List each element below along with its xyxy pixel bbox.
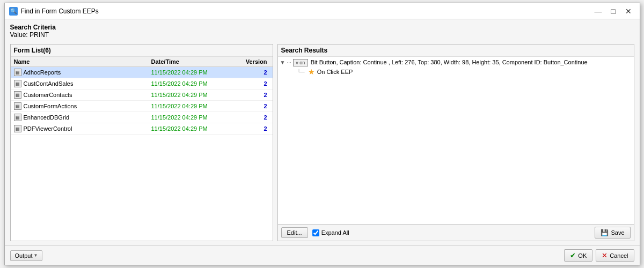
search-criteria-value: Value: PRINT (10, 31, 634, 39)
search-criteria-label: Search Criteria (10, 24, 634, 31)
ok-label: OK (578, 252, 587, 259)
edit-button[interactable]: Edit... (281, 227, 308, 238)
cancel-x-icon: ✕ (602, 251, 608, 259)
expand-all-checkbox[interactable] (312, 229, 319, 236)
list-item[interactable]: ▤ EnhancedDBGrid 11/15/2022 04:29 PM 2 (11, 112, 273, 123)
form-name: EnhancedDBGrid (24, 114, 70, 121)
list-item[interactable]: ▤ CustomerContacts 11/15/2022 04:29 PM 2 (11, 90, 273, 101)
window-title: Find in Form Custom EEPs (21, 8, 591, 15)
form-row-icon: ▤ (14, 125, 21, 132)
right-panel-bottom: Edit... Expand All 💾 Save (278, 224, 634, 241)
form-row-icon: ▤ (14, 69, 21, 76)
form-name: AdhocReports (24, 69, 61, 76)
save-button[interactable]: 💾 Save (595, 227, 630, 239)
result-node: ▼ ··· v on Bit Button, Caption: Continue… (280, 59, 632, 66)
output-label: Output (15, 252, 33, 259)
star-icon: ★ (308, 68, 315, 76)
form-row-icon: ▤ (14, 102, 21, 110)
form-row-icon: ▤ (14, 114, 21, 121)
close-button[interactable]: ✕ (621, 6, 635, 16)
expand-icon[interactable]: ▼ (280, 59, 286, 65)
col-datetime: Date/Time (151, 58, 237, 65)
list-item[interactable]: ▤ CustomFormActions 11/15/2022 04:29 PM … (11, 101, 273, 112)
col-name: Name (14, 58, 151, 65)
bottom-bar: Output ▼ ✔ OK ✕ Cancel (5, 245, 640, 265)
form-list-body: ▤ AdhocReports 11/15/2022 04:29 PM 2 ▤ C… (11, 67, 273, 241)
search-results-area: ▼ ··· v on Bit Button, Caption: Continue… (278, 57, 634, 224)
form-datetime: 11/15/2022 04:29 PM (151, 69, 237, 76)
output-button[interactable]: Output ▼ (10, 250, 43, 261)
component-type-badge: v on (293, 59, 308, 66)
form-version: 2 (237, 69, 269, 76)
form-datetime: 11/15/2022 04:29 PM (151, 125, 237, 132)
form-datetime: 11/15/2022 04:29 PM (151, 92, 237, 98)
bottom-right: ✔ OK ✕ Cancel (564, 249, 634, 262)
minimize-button[interactable]: — (591, 6, 605, 16)
result-text: Bit Button, Caption: Continue , Left: 27… (311, 59, 588, 65)
content-area: Search Criteria Value: PRINT Form List(6… (5, 19, 640, 245)
form-name: CustomerContacts (24, 92, 72, 98)
form-name: CustContAndSales (24, 80, 74, 87)
child-node: └─ ★ On Click EEP (297, 68, 632, 76)
form-datetime: 11/15/2022 04:29 PM (151, 103, 237, 109)
cancel-label: Cancel (610, 252, 628, 259)
form-version: 2 (237, 103, 269, 109)
ok-button[interactable]: ✔ OK (564, 249, 592, 262)
form-version: 2 (237, 80, 269, 87)
list-item[interactable]: ▤ PDFViewerControl 11/15/2022 04:29 PM 2 (11, 123, 273, 135)
expand-all-checkbox-label[interactable]: Expand All (312, 229, 349, 236)
panels-container: Form List(6) Name Date/Time Version ▤ Ad… (10, 44, 634, 241)
form-list-title: Form List(6) (11, 44, 273, 57)
form-version: 2 (237, 92, 269, 98)
dropdown-arrow-icon: ▼ (34, 253, 38, 258)
form-name: PDFViewerControl (24, 125, 72, 132)
search-results-title: Search Results (278, 44, 634, 57)
form-version: 2 (237, 125, 269, 132)
ok-check-icon: ✔ (570, 251, 576, 259)
form-datetime: 11/15/2022 04:29 PM (151, 114, 237, 121)
maximize-button[interactable]: □ (606, 6, 620, 16)
col-version: Version (237, 58, 269, 65)
right-panel: Search Results ▼ ··· v on Bit Button, Ca… (277, 44, 634, 241)
list-header: Name Date/Time Version (11, 57, 273, 67)
tree-lines: └─ (297, 69, 305, 75)
tree-connector: ··· (287, 59, 291, 65)
form-version: 2 (237, 114, 269, 121)
main-window: 🔍 Find in Form Custom EEPs — □ ✕ Search … (4, 3, 640, 265)
save-icon: 💾 (601, 229, 609, 236)
bottom-left: Output ▼ (10, 250, 43, 261)
cancel-button[interactable]: ✕ Cancel (596, 249, 634, 262)
title-bar: 🔍 Find in Form Custom EEPs — □ ✕ (5, 3, 640, 19)
form-datetime: 11/15/2022 04:29 PM (151, 80, 237, 87)
left-panel: Form List(6) Name Date/Time Version ▤ Ad… (10, 44, 273, 241)
window-controls: — □ ✕ (591, 6, 635, 16)
window-icon: 🔍 (9, 7, 18, 16)
list-item[interactable]: ▤ CustContAndSales 11/15/2022 04:29 PM 2 (11, 78, 273, 90)
badge-text: v on (296, 60, 305, 65)
on-click-eep-label: On Click EEP (317, 69, 353, 75)
list-item[interactable]: ▤ AdhocReports 11/15/2022 04:29 PM 2 (11, 67, 273, 78)
edit-label: Edit... (287, 229, 302, 236)
form-row-icon: ▤ (14, 80, 21, 87)
form-row-icon: ▤ (14, 91, 21, 99)
expand-all-label: Expand All (321, 229, 349, 236)
save-label: Save (611, 229, 624, 236)
form-name: CustomFormActions (24, 103, 77, 109)
search-criteria-section: Search Criteria Value: PRINT (10, 24, 634, 39)
